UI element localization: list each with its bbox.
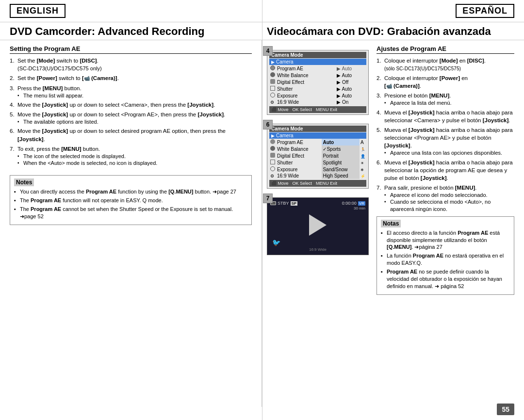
diagram-4: 4 Camera Mode ▶ Camera Prog (267, 50, 369, 115)
diagram-6-table: Program AE Auto A White Balance ✓Sports … (269, 139, 366, 179)
diagram-7-content: STBY SP 0:00:00 VR 30 min (267, 197, 369, 255)
play-triangle-icon (309, 214, 327, 236)
espanol-notes-box: Notas El acceso directo a la función Pro… (377, 216, 514, 295)
vr-badge: VR (358, 201, 365, 206)
diagram-4-label: 4 (263, 46, 273, 56)
es-step-7: 7. Para salir, presione el botón [MENU].… (377, 184, 514, 212)
wide-label: 16:9 Wide (270, 247, 365, 252)
step-6: 6. Move the [Joystick] up or down to sel… (10, 127, 252, 143)
step-4: 4. Move the [Joystick] up or down to sel… (10, 101, 252, 109)
diagram-6-content: Camera Mode ▶ Camera Program AE Auto (267, 124, 369, 189)
espanol-steps-list: 1. Coloque el interruptor [Mode] en [DIS… (377, 57, 514, 212)
english-note-3: The Program AE cannot be set when the Sh… (14, 206, 247, 220)
english-note-2: The Program AE function will not operate… (14, 197, 247, 204)
es-note-2: La función Program AE no estará operativ… (381, 252, 510, 267)
es-step-1: 1. Coloque el interruptor [Mode] en [DIS… (377, 57, 514, 72)
right-column: 4 Camera Mode ▶ Camera Prog (262, 40, 524, 407)
sp-badge: SP (291, 201, 298, 206)
diagram-4-content: Camera Mode ▶ Camera Program AE ▶ Au (267, 50, 369, 115)
espanol-content: Ajustes de Program AE 1. Coloque el inte… (369, 45, 514, 295)
espanol-section-title: Ajustes de Program AE (377, 45, 514, 54)
espanol-label: ESPAÑOL (456, 4, 514, 18)
diagram-6-selected-row: ▶ Camera (269, 132, 366, 139)
vertical-divider (262, 0, 262, 420)
espanol-notes-title: Notas (381, 220, 401, 227)
english-notes-title: Notes (14, 178, 34, 186)
es-step-2: 2. Coloque el interruptor [Power] en [📹 … (377, 74, 514, 90)
step-3: 3. Press the [MENU] button. The menu lis… (10, 84, 252, 99)
step-5: 5. Move the [Joystick] up or down to sel… (10, 111, 252, 125)
es-note-3: Program AE no se puede definir cuando la… (381, 268, 510, 290)
diagram-4-selected-row: ▶ Camera (269, 59, 366, 65)
es-note-1: El acceso directo a la función Program A… (381, 229, 510, 251)
diagram-4-footer: ⬛ Move OK Select MENU Exit (269, 106, 366, 113)
step-2: 2. Set the [Power] switch to [📹 (Camera)… (10, 74, 252, 82)
es-step-4: 4. Mueva el [Joystick] hacia arriba o ha… (377, 109, 514, 124)
time-display: 0:00:00 (342, 201, 357, 206)
diagram-6-footer: ⬛ Move OK Select MENU Exit (269, 180, 366, 187)
diagram-6: 6 Camera Mode ▶ Camera Program AE (267, 124, 369, 189)
es-step-5: 5. Mueva el [Joystick] hacia arriba o ha… (377, 126, 514, 157)
english-title: DVD Camcorder: Advanced Recording (10, 25, 262, 38)
es-step-3: 3. Presione el botón [MENU]. Aparece la … (377, 92, 514, 106)
min-text: 30 min (270, 206, 365, 210)
english-section-title: Setting the Program AE (10, 45, 252, 54)
es-step-6: 6. Mueva el [Joystick] hacia arriba o ha… (377, 159, 514, 182)
diagram-6-label: 6 (263, 120, 273, 129)
diagram-7: 7 STBY SP 0:00:00 (267, 197, 369, 255)
step-7: 7. To exit, press the [MENU] button. The… (10, 145, 252, 167)
diagram-7-label: 7 (263, 194, 273, 203)
page-container: ENGLISH ESPAÑOL DVD Camcorder: Advanced … (0, 0, 524, 420)
left-column: Setting the Program AE 1. Set the [Mode]… (0, 40, 262, 407)
diagram-4-table: Program AE ▶ Auto White Balance ▶ Auto (269, 65, 366, 105)
diagram-4-header: Camera Mode (269, 52, 366, 58)
diagram-6-header: Camera Mode (269, 126, 366, 132)
english-note-1: You can directly access the Program AE f… (14, 188, 247, 195)
english-notes-box: Notes You can directly access the Progra… (10, 175, 252, 225)
english-label: ENGLISH (10, 4, 66, 18)
stby-text: STBY (278, 201, 289, 206)
step-1: 1. Set the [Mode] switch to [DISC]. (SC-… (10, 57, 252, 72)
english-steps-list: 1. Set the [Mode] switch to [DISC]. (SC-… (10, 57, 252, 168)
bird-icon: 🐦 (270, 239, 365, 246)
espanol-title: Videocámara con DVD: Grabación avanzada (262, 25, 514, 38)
page-number-badge: 55 (497, 404, 514, 415)
